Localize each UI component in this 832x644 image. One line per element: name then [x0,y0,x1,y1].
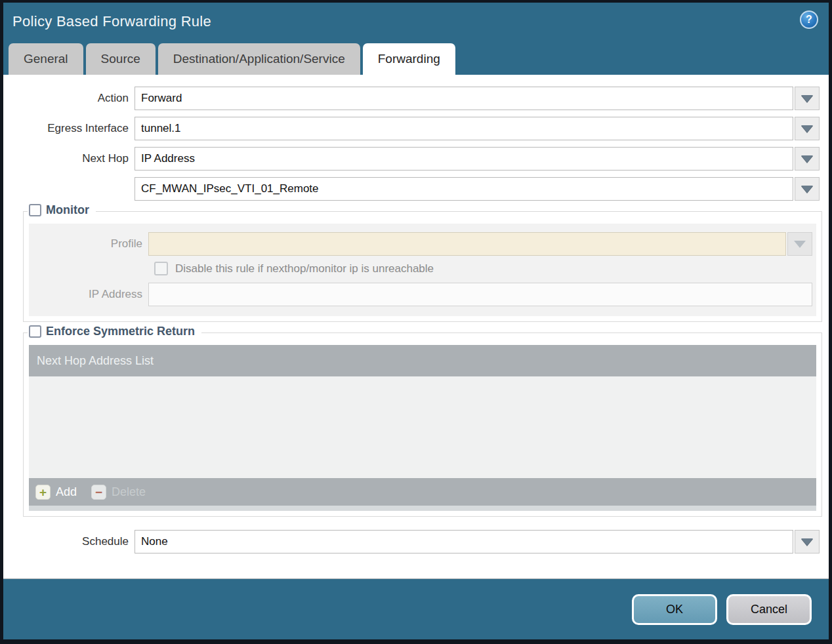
chevron-down-icon [801,538,813,546]
question-mark-glyph: ? [806,14,812,25]
dialog-footer: OK Cancel [3,579,829,639]
help-icon[interactable]: ? [800,10,818,29]
chevron-down-icon [801,155,813,163]
profile-combobox [148,232,812,256]
tab-destination-application-service[interactable]: Destination/Application/Service [158,43,360,75]
tab-strip: General Source Destination/Application/S… [3,40,829,75]
next-hop-address-row: CF_MWAN_IPsec_VTI_01_Remote [3,177,820,201]
monitor-ip-address-label: IP Address [29,288,148,301]
next-hop-address-list-column-header: Next Hop Address List [29,345,816,376]
chevron-down-icon [801,125,813,132]
disable-rule-row: Disable this rule if nexthop/monitor ip … [154,262,812,275]
grid-footer-strip [29,506,816,511]
tab-forwarding[interactable]: Forwarding [363,43,455,75]
next-hop-address-list-body[interactable] [29,376,816,478]
profile-dropdown-button [787,232,812,256]
policy-based-forwarding-dialog: Policy Based Forwarding Rule ? General S… [0,0,832,644]
monitor-legend-label: Monitor [46,203,89,217]
dialog-titlebar: Policy Based Forwarding Rule ? [3,3,829,40]
enforce-symmetric-return-fieldset: Enforce Symmetric Return Next Hop Addres… [23,332,822,517]
action-row: Action Forward [3,87,820,110]
enforce-symmetric-return-checkbox[interactable] [29,325,41,338]
egress-interface-row: Egress Interface tunnel.1 [3,117,820,140]
schedule-label: Schedule [3,535,135,548]
action-value[interactable]: Forward [135,87,793,110]
schedule-dropdown-button[interactable] [795,530,820,553]
next-hop-type-dropdown-button[interactable] [795,147,820,171]
profile-label: Profile [29,237,148,251]
next-hop-address-value[interactable]: CF_MWAN_IPsec_VTI_01_Remote [135,177,793,201]
ok-button[interactable]: OK [632,594,717,625]
add-button-label: Add [56,485,77,499]
egress-interface-dropdown-button[interactable] [795,117,820,140]
schedule-row: Schedule None [3,530,820,553]
egress-interface-label: Egress Interface [3,122,135,135]
chevron-down-icon [794,241,806,248]
cancel-button[interactable]: Cancel [726,594,812,625]
profile-value [148,232,786,256]
next-hop-address-list-grid: Next Hop Address List + Add − Delete [29,345,816,511]
schedule-value[interactable]: None [135,530,793,553]
next-hop-row: Next Hop IP Address [3,147,820,171]
tab-source[interactable]: Source [86,43,156,75]
chevron-down-icon [801,95,813,102]
tab-general[interactable]: General [9,43,83,75]
action-combobox: Forward [135,87,820,110]
action-dropdown-button[interactable] [795,87,820,110]
egress-interface-value[interactable]: tunnel.1 [135,117,793,140]
delete-button: − Delete [91,485,146,500]
next-hop-address-combobox: CF_MWAN_IPsec_VTI_01_Remote [135,177,820,201]
monitor-checkbox[interactable] [29,204,41,216]
next-hop-type-value[interactable]: IP Address [135,147,793,171]
monitor-legend: Monitor [28,203,96,217]
schedule-combobox: None [135,530,820,553]
minus-icon: − [91,485,106,500]
next-hop-type-combobox: IP Address [135,147,820,171]
monitor-ip-address-row: IP Address [29,283,812,306]
enforce-symmetric-return-legend: Enforce Symmetric Return [28,325,201,338]
action-label: Action [3,92,135,105]
monitor-panel: Profile Disable this rule if nexthop/mon… [29,224,816,316]
disable-rule-checkbox [154,262,168,275]
next-hop-address-dropdown-button[interactable] [795,177,820,201]
plus-icon: + [35,485,51,500]
add-button[interactable]: + Add [35,485,77,500]
monitor-fieldset: Monitor Profile Disable this rule if nex… [23,211,822,322]
disable-rule-label: Disable this rule if nexthop/monitor ip … [175,262,434,275]
chevron-down-icon [801,186,813,193]
dialog-title: Policy Based Forwarding Rule [3,13,211,30]
forwarding-tab-panel: Action Forward Egress Interface tunnel.1… [3,75,829,579]
enforce-symmetric-return-legend-label: Enforce Symmetric Return [46,325,195,338]
egress-interface-combobox: tunnel.1 [135,117,820,140]
delete-button-label: Delete [112,485,146,499]
monitor-ip-address-input [148,283,812,306]
next-hop-label: Next Hop [3,152,135,165]
profile-row: Profile [29,232,812,256]
grid-toolbar: + Add − Delete [29,478,816,506]
